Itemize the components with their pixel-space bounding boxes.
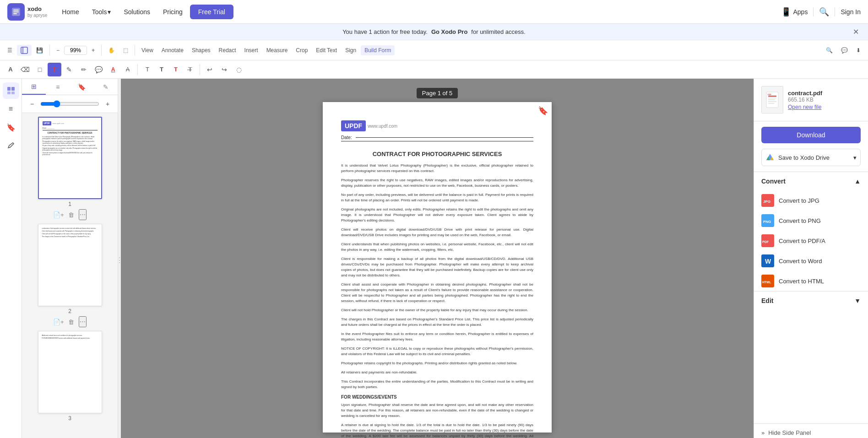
hand-tool-button[interactable]: ✋ <box>104 45 119 55</box>
convert-to-png[interactable]: PNG Convert to PNG <box>754 211 868 231</box>
logo[interactable]: xodo by apryse <box>7 3 47 21</box>
thumb-more-button[interactable]: ··· <box>79 209 87 220</box>
thumbnail-item-2[interactable]: continuation of photographic services co… <box>38 224 102 327</box>
nav-pricing[interactable]: Pricing <box>157 5 188 18</box>
highlight-button[interactable]: ✎ <box>62 63 76 76</box>
undo-button[interactable]: ↩ <box>203 63 217 76</box>
sidebar-bookmark-icon[interactable]: 🔖 <box>3 119 19 135</box>
convert-to-jpg[interactable]: JPG Convert to JPG <box>754 190 868 211</box>
pencil-button[interactable]: ✏ <box>77 63 91 76</box>
tab-thumbnails[interactable]: ⊞ <box>22 79 46 95</box>
menu-button[interactable]: ☰ <box>4 45 16 55</box>
search-icon[interactable]: 🔍 <box>819 7 829 17</box>
thumbnail-item-1[interactable]: UPDF www.updf.com Date: _______ CONTRACT… <box>38 117 102 220</box>
drive-icon <box>765 153 775 162</box>
banner-bold-text[interactable]: Go Xodo Pro <box>431 28 467 35</box>
redo-button[interactable]: ↪ <box>217 63 231 76</box>
crop-button[interactable]: Crop <box>292 45 311 55</box>
thumb-delete-button-2[interactable]: 🗑 <box>66 316 77 327</box>
text-strikethrough-button[interactable]: A <box>121 63 135 76</box>
svg-rect-3 <box>7 87 11 91</box>
measure-button[interactable]: Measure <box>263 45 292 55</box>
nav-right: 📱 Apps 🔍 Sign In <box>781 7 861 17</box>
sidebar-annotation-icon[interactable] <box>3 137 19 154</box>
main-layout: ≡ 🔖 ⊞ ≡ 🔖 ✎ − + UPDF ww <box>0 79 868 438</box>
nav-solutions[interactable]: Solutions <box>118 5 156 18</box>
text-color-alt-button[interactable]: T <box>169 63 183 76</box>
comment-button[interactable]: 💬 <box>837 45 852 55</box>
text-bold-button[interactable]: T <box>155 63 168 76</box>
zoom-input[interactable] <box>64 46 87 55</box>
thumb-delete-button[interactable]: 🗑 <box>66 209 77 220</box>
nav-home[interactable]: Home <box>56 5 84 18</box>
page-nav-text: Page 1 of 5 <box>422 90 453 97</box>
open-new-file-link[interactable]: Open new file <box>788 104 822 110</box>
edit-section-header[interactable]: Edit ▼ <box>754 292 868 310</box>
edit-text-button[interactable]: Edit Text <box>312 45 341 55</box>
text-style-button[interactable]: A <box>4 63 17 76</box>
thumb-more-button-2[interactable]: ··· <box>79 316 87 327</box>
text-color-button[interactable]: A <box>106 63 120 76</box>
banner-close-button[interactable]: ✕ <box>853 27 859 36</box>
save-to-drive-button[interactable]: Save to Xodo Drive ▾ <box>761 149 861 166</box>
build-form-button[interactable]: Build Form <box>361 45 395 55</box>
thumbnail-image-3: Additional contract terms and conditions… <box>38 331 102 413</box>
redact-button[interactable]: Redact <box>215 45 240 55</box>
nav-tools[interactable]: Tools ▾ <box>87 5 117 18</box>
tab-list[interactable]: ≡ <box>46 79 70 95</box>
sidebar-list-icon[interactable]: ≡ <box>3 101 19 117</box>
zoom-out-button[interactable]: − <box>53 45 63 55</box>
thumb-add-page-button-2[interactable]: 📄+ <box>53 316 64 327</box>
svg-rect-5 <box>7 92 11 94</box>
hide-sidebar-button[interactable]: » Hide Side Panel <box>754 423 868 438</box>
insert-button[interactable]: Insert <box>241 45 262 55</box>
thumb-add-page-button[interactable]: 📄+ <box>53 209 64 220</box>
save-cloud-button[interactable]: 💾 <box>33 45 47 55</box>
free-trial-button[interactable]: Free Trial <box>190 5 233 19</box>
comment-add-button[interactable]: 💬 <box>92 63 105 76</box>
pdf-date-label: Date: <box>341 135 352 140</box>
sidebar-thumbnail-icon[interactable] <box>3 82 19 99</box>
bookmark-icon[interactable]: 🔖 <box>538 106 548 116</box>
convert-to-html[interactable]: HTML Convert to HTML <box>754 271 868 291</box>
view-button[interactable]: View <box>138 45 157 55</box>
text-field-button[interactable]: T <box>48 63 61 76</box>
rect-button[interactable]: □ <box>33 63 47 76</box>
thumb-zoom-slider[interactable] <box>40 100 99 108</box>
zoom-in-button[interactable]: + <box>88 45 98 55</box>
svg-text:PDF: PDF <box>762 240 769 243</box>
download-button[interactable]: Download <box>761 127 861 143</box>
sign-in-button[interactable]: Sign In <box>841 8 861 16</box>
tab-bookmark[interactable]: 🔖 <box>70 79 94 95</box>
erase-all-button[interactable]: ◌ <box>232 63 246 76</box>
pdf-viewer-area[interactable]: Page 1 of 5 🔖 UPDF www.updf.com Date: CO… <box>121 79 754 438</box>
panel-toggle-button[interactable] <box>17 45 32 56</box>
pdf-para-6: Client understands that when publishing … <box>341 242 533 253</box>
thumbnail-item-3[interactable]: Additional contract terms and conditions… <box>38 331 102 422</box>
convert-to-word[interactable]: W Convert to Word <box>754 251 868 271</box>
nav-tools-label: Tools <box>92 8 107 16</box>
tab-annotation[interactable]: ✎ <box>94 79 118 95</box>
pdf-para-10: The charges in this Contract are based o… <box>341 317 533 328</box>
convert-section-title: Convert <box>761 178 786 185</box>
text-erase-button[interactable]: ⌫ <box>18 63 32 76</box>
shapes-button[interactable]: Shapes <box>188 45 214 55</box>
svg-text:JPG: JPG <box>763 200 770 204</box>
annotate-button[interactable]: Annotate <box>158 45 187 55</box>
right-sidebar: PDF contract.pdf 665.16 KB Open new file… <box>754 79 868 438</box>
sign-button[interactable]: Sign <box>342 45 360 55</box>
text-plain-button[interactable]: T <box>141 63 154 76</box>
nav-divider <box>813 7 814 16</box>
thumb-zoom-plus[interactable]: + <box>101 97 114 111</box>
convert-to-pdfa[interactable]: PDF Convert to PDF/A <box>754 231 868 251</box>
convert-section-header[interactable]: Convert ▲ <box>754 172 868 190</box>
thumbnail-page-num-3: 3 <box>68 415 71 422</box>
convert-section: Convert ▲ JPG Convert to JPG PNG Convert… <box>754 172 868 291</box>
selection-tool-button[interactable]: ⬚ <box>119 45 132 55</box>
text-strikethrough-alt-button[interactable]: T̶ <box>183 63 197 76</box>
separator-2 <box>101 45 102 56</box>
nav-apps[interactable]: 📱 Apps <box>781 7 808 17</box>
download-toolbar-button[interactable]: ⬇ <box>852 45 864 55</box>
thumb-zoom-minus[interactable]: − <box>26 97 38 111</box>
find-button[interactable]: 🔍 <box>822 45 836 55</box>
